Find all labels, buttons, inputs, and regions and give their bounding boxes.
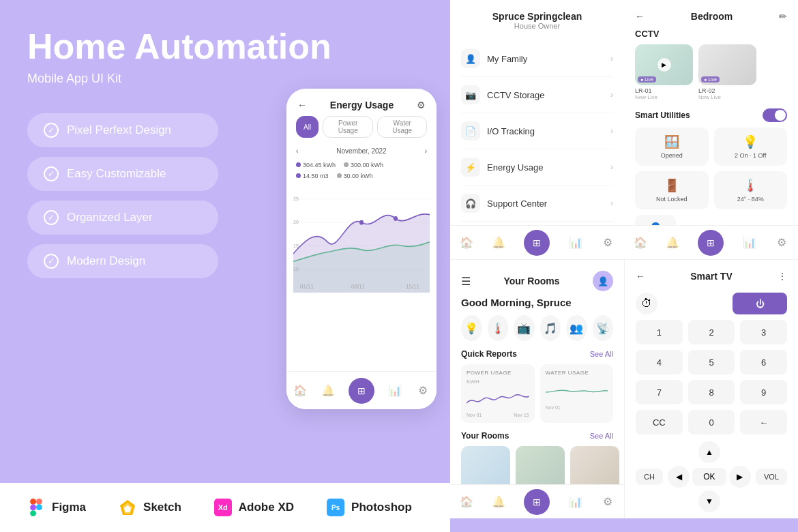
bedroom-edit-icon[interactable]: ✏: [779, 11, 787, 22]
menu-energy-icon: ⚡: [461, 158, 480, 177]
tv-btn-4[interactable]: 4: [636, 350, 683, 374]
quick-icon-music[interactable]: 🎵: [540, 315, 561, 341]
nav-center-btn[interactable]: ⊞: [349, 378, 374, 404]
quick-icon-tv[interactable]: 📺: [514, 315, 535, 341]
live-badge-2: ● Live: [701, 76, 720, 83]
menu-energy-label: Energy Usage: [487, 162, 543, 173]
home-nav-settings[interactable]: ⚙: [601, 495, 615, 509]
cctv-status-2: Now Live: [698, 94, 756, 100]
nav-home-icon[interactable]: 🏠: [293, 384, 307, 398]
tv-back-icon[interactable]: ←: [636, 271, 645, 282]
tv-btn-0[interactable]: 0: [688, 410, 735, 434]
tv-btn-2[interactable]: 2: [688, 320, 735, 344]
month-row: ‹ November, 2022 ›: [286, 145, 437, 158]
tv-btn-5[interactable]: 5: [688, 350, 735, 374]
nav-settings-icon[interactable]: ⚙: [416, 384, 430, 398]
tv-nav-up[interactable]: ▲: [698, 441, 720, 463]
tv-ch-btn[interactable]: CH: [636, 469, 663, 485]
tv-header: ← Smart TV ⋮: [636, 271, 787, 282]
menu-nav-settings[interactable]: ⚙: [601, 236, 615, 250]
home-nav-chart[interactable]: 📊: [569, 495, 582, 509]
tv-btn-9[interactable]: 9: [740, 380, 787, 404]
cctv-card-1[interactable]: ▶ ● Live: [635, 44, 693, 85]
bedroom-nav-home[interactable]: 🏠: [634, 236, 647, 250]
tv-btn-back[interactable]: ←: [740, 410, 787, 434]
menu-item-io[interactable]: 📄 I/O Tracking ›: [461, 113, 613, 149]
menu-nav-bell[interactable]: 🔔: [492, 236, 505, 250]
settings-icon[interactable]: ⚙: [417, 100, 426, 110]
tv-nav-right[interactable]: ▶: [729, 466, 751, 488]
hamburger-icon[interactable]: ☰: [461, 275, 471, 288]
temp-icon: 🌡️: [743, 178, 758, 193]
svg-point-5: [394, 216, 398, 221]
home-nav-home[interactable]: 🏠: [460, 495, 473, 509]
home-nav-center[interactable]: ⊞: [524, 489, 550, 515]
home-header: ☰ Your Rooms 👤: [461, 271, 613, 291]
nav-bell-icon[interactable]: 🔔: [321, 384, 335, 398]
menu-support-label: Support Center: [487, 198, 547, 209]
bedroom-nav-settings[interactable]: ⚙: [775, 236, 788, 250]
tv-btn-1[interactable]: 1: [636, 320, 683, 344]
tv-power-btn[interactable]: ⏻: [733, 293, 787, 314]
stat-4: 30.00 kWh: [337, 173, 373, 179]
user-avatar: 👤: [593, 271, 613, 291]
left-section: Home Automation Mobile App UI Kit Pixel …: [0, 0, 450, 532]
tv-nav-left[interactable]: ◀: [668, 466, 690, 488]
reports-title: Quick Reports: [461, 349, 517, 359]
nav-chart-icon[interactable]: 📊: [388, 384, 402, 398]
svg-text:25: 25: [293, 196, 299, 203]
chevron-icon-4: ›: [610, 162, 613, 172]
tv-nav-ok[interactable]: OK: [692, 468, 726, 486]
tv-power-row: ⏱ ⏻: [636, 293, 787, 314]
bedroom-nav-bell[interactable]: 🔔: [666, 236, 679, 250]
tab-water[interactable]: Water Usage: [377, 116, 427, 138]
bedroom-nav-chart[interactable]: 📊: [743, 236, 756, 250]
tab-power[interactable]: Power Usage: [323, 116, 373, 138]
rooms-see-all[interactable]: See All: [590, 432, 613, 440]
bedroom-back-icon[interactable]: ←: [635, 11, 645, 22]
tv-vol-btn[interactable]: VOL: [756, 469, 787, 485]
live-badge-1: ● Live: [638, 76, 656, 83]
reports-see-all[interactable]: See All: [590, 350, 613, 358]
util-label-curtain: Opened: [661, 152, 683, 159]
tv-timer-icon[interactable]: ⏱: [636, 293, 657, 314]
tv-nav-down[interactable]: ▼: [698, 490, 720, 512]
menu-item-cctv[interactable]: 📷 CCTV Storage ›: [461, 77, 613, 113]
quick-icon-temp[interactable]: 🌡️: [488, 315, 509, 341]
next-month-icon[interactable]: ›: [425, 147, 427, 155]
tv-btn-8[interactable]: 8: [688, 380, 735, 404]
util-label-light: 2 On · 1 Off: [735, 152, 766, 159]
smart-util-toggle[interactable]: [763, 108, 787, 122]
tab-all[interactable]: All: [296, 116, 319, 138]
phone-energy-mockup: ← Energy Usage ⚙ All Power Usage Water U…: [286, 89, 437, 409]
light-icon: 💡: [743, 134, 758, 149]
tool-xd-label: Adobe XD: [239, 501, 294, 514]
quick-icon-signal[interactable]: 📡: [593, 315, 614, 341]
tv-more-icon[interactable]: ⋮: [778, 271, 787, 282]
bedroom-title: Bedroom: [691, 11, 733, 22]
tv-btn-6[interactable]: 6: [740, 350, 787, 374]
quick-icon-light[interactable]: 💡: [461, 315, 482, 341]
home-nav-bell[interactable]: 🔔: [492, 495, 505, 509]
menu-nav-home[interactable]: 🏠: [460, 236, 473, 250]
util-card-curtain: 🪟 Opened: [635, 128, 709, 166]
power-unit: KWH: [467, 379, 529, 385]
prev-month-icon[interactable]: ‹: [296, 147, 298, 155]
cctv-label: CCTV: [635, 29, 787, 39]
menu-item-support[interactable]: 🎧 Support Center ›: [461, 186, 613, 222]
feature-label-2: Easy Customizable: [67, 167, 166, 181]
tv-btn-cc[interactable]: CC: [636, 410, 683, 434]
bedroom-nav-center[interactable]: ⊞: [698, 230, 724, 256]
menu-nav-center[interactable]: ⊞: [524, 230, 550, 256]
menu-item-energy[interactable]: ⚡ Energy Usage ›: [461, 149, 613, 186]
cctv-card-2[interactable]: ● Live: [698, 44, 756, 85]
menu-nav-chart[interactable]: 📊: [569, 236, 582, 250]
quick-icon-people[interactable]: 👥: [566, 315, 587, 341]
menu-io-label: I/O Tracking: [487, 126, 535, 136]
menu-item-family[interactable]: 👤 My Family ›: [461, 41, 613, 77]
tv-btn-7[interactable]: 7: [636, 380, 683, 404]
util-grid: 🪟 Opened 💡 2 On · 1 Off 🚪 Not Locked 🌡️ …: [635, 128, 787, 209]
smart-util-title: Smart Utilities: [635, 110, 690, 120]
energy-title: Energy Usage: [330, 100, 394, 110]
tv-btn-3[interactable]: 3: [740, 320, 787, 344]
